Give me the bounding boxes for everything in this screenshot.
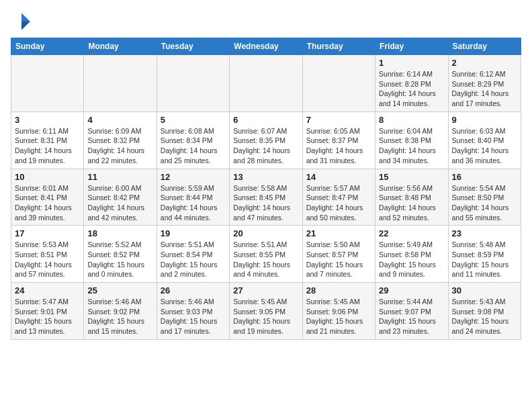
day-number: 23: [452, 228, 517, 238]
day-number: 12: [161, 172, 226, 182]
calendar-cell: 1Sunrise: 6:14 AM Sunset: 8:28 PM Daylig…: [375, 55, 448, 112]
day-info: Sunrise: 5:58 AM Sunset: 8:45 PM Dayligh…: [233, 183, 298, 223]
day-info: Sunrise: 5:49 AM Sunset: 8:58 PM Dayligh…: [379, 240, 444, 279]
day-header-friday: Friday: [375, 38, 448, 55]
day-info: Sunrise: 6:14 AM Sunset: 8:28 PM Dayligh…: [379, 69, 444, 109]
day-number: 25: [87, 285, 152, 295]
day-info: Sunrise: 5:43 AM Sunset: 9:08 PM Dayligh…: [452, 297, 517, 336]
calendar-header-row: SundayMondayTuesdayWednesdayThursdayFrid…: [11, 38, 521, 55]
calendar-cell: 4Sunrise: 6:09 AM Sunset: 8:32 PM Daylig…: [84, 111, 157, 169]
calendar-cell: 14Sunrise: 5:57 AM Sunset: 8:47 PM Dayli…: [302, 169, 375, 226]
calendar-cell: 17Sunrise: 5:53 AM Sunset: 8:51 PM Dayli…: [11, 226, 84, 283]
day-header-thursday: Thursday: [302, 38, 375, 55]
day-info: Sunrise: 5:46 AM Sunset: 9:03 PM Dayligh…: [161, 297, 226, 336]
day-info: Sunrise: 6:11 AM Sunset: 8:31 PM Dayligh…: [15, 126, 80, 166]
day-number: 21: [306, 228, 371, 238]
day-info: Sunrise: 5:44 AM Sunset: 9:07 PM Dayligh…: [379, 297, 444, 336]
calendar-cell: 22Sunrise: 5:49 AM Sunset: 8:58 PM Dayli…: [375, 226, 448, 283]
day-info: Sunrise: 5:53 AM Sunset: 8:51 PM Dayligh…: [15, 240, 80, 279]
calendar-cell: 8Sunrise: 6:04 AM Sunset: 8:38 PM Daylig…: [375, 111, 448, 169]
day-info: Sunrise: 6:12 AM Sunset: 8:29 PM Dayligh…: [452, 69, 517, 109]
day-number: 18: [87, 228, 152, 238]
day-number: 5: [161, 115, 226, 125]
day-info: Sunrise: 5:51 AM Sunset: 8:55 PM Dayligh…: [233, 240, 298, 279]
day-info: Sunrise: 6:00 AM Sunset: 8:42 PM Dayligh…: [87, 183, 152, 223]
calendar-cell: [84, 55, 157, 112]
calendar-week-2: 10Sunrise: 6:01 AM Sunset: 8:41 PM Dayli…: [11, 169, 521, 226]
day-info: Sunrise: 5:54 AM Sunset: 8:50 PM Dayligh…: [452, 183, 517, 223]
day-number: 17: [15, 228, 80, 238]
page-header: [11, 11, 521, 32]
calendar-cell: 5Sunrise: 6:08 AM Sunset: 8:34 PM Daylig…: [157, 111, 229, 169]
calendar-week-0: 1Sunrise: 6:14 AM Sunset: 8:28 PM Daylig…: [11, 55, 521, 112]
day-number: 27: [233, 285, 298, 295]
day-header-saturday: Saturday: [448, 38, 521, 55]
day-number: 7: [306, 115, 371, 125]
calendar-cell: 11Sunrise: 6:00 AM Sunset: 8:42 PM Dayli…: [84, 169, 157, 226]
day-number: 14: [306, 172, 371, 182]
calendar-cell: 15Sunrise: 5:56 AM Sunset: 8:48 PM Dayli…: [375, 169, 448, 226]
calendar-cell: 27Sunrise: 5:45 AM Sunset: 9:05 PM Dayli…: [230, 283, 302, 340]
day-number: 9: [452, 115, 517, 125]
day-header-sunday: Sunday: [11, 38, 84, 55]
calendar-cell: 21Sunrise: 5:50 AM Sunset: 8:57 PM Dayli…: [302, 226, 375, 283]
calendar-cell: 6Sunrise: 6:07 AM Sunset: 8:35 PM Daylig…: [230, 111, 302, 169]
day-number: 15: [379, 172, 444, 182]
calendar-cell: 2Sunrise: 6:12 AM Sunset: 8:29 PM Daylig…: [448, 55, 521, 112]
calendar-cell: [157, 55, 229, 112]
logo-icon: [11, 11, 32, 32]
day-info: Sunrise: 6:04 AM Sunset: 8:38 PM Dayligh…: [379, 126, 444, 166]
day-number: 26: [161, 285, 226, 295]
day-number: 30: [452, 285, 517, 295]
calendar-cell: 13Sunrise: 5:58 AM Sunset: 8:45 PM Dayli…: [230, 169, 302, 226]
day-info: Sunrise: 6:07 AM Sunset: 8:35 PM Dayligh…: [233, 126, 298, 166]
calendar-cell: [230, 55, 302, 112]
calendar-cell: 16Sunrise: 5:54 AM Sunset: 8:50 PM Dayli…: [448, 169, 521, 226]
calendar-cell: 30Sunrise: 5:43 AM Sunset: 9:08 PM Dayli…: [448, 283, 521, 340]
calendar-cell: 7Sunrise: 6:05 AM Sunset: 8:37 PM Daylig…: [302, 111, 375, 169]
day-header-wednesday: Wednesday: [230, 38, 302, 55]
day-info: Sunrise: 5:45 AM Sunset: 9:06 PM Dayligh…: [306, 297, 371, 336]
day-header-monday: Monday: [84, 38, 157, 55]
day-info: Sunrise: 5:46 AM Sunset: 9:02 PM Dayligh…: [87, 297, 152, 336]
calendar-cell: [302, 55, 375, 112]
day-number: 2: [452, 58, 517, 68]
day-number: 28: [306, 285, 371, 295]
day-number: 19: [161, 228, 226, 238]
calendar-table: SundayMondayTuesdayWednesdayThursdayFrid…: [11, 38, 521, 340]
calendar-cell: 28Sunrise: 5:45 AM Sunset: 9:06 PM Dayli…: [302, 283, 375, 340]
day-number: 22: [379, 228, 444, 238]
day-info: Sunrise: 5:56 AM Sunset: 8:48 PM Dayligh…: [379, 183, 444, 223]
calendar-cell: 25Sunrise: 5:46 AM Sunset: 9:02 PM Dayli…: [84, 283, 157, 340]
svg-marker-0: [21, 13, 30, 21]
calendar-cell: 24Sunrise: 5:47 AM Sunset: 9:01 PM Dayli…: [11, 283, 84, 340]
day-number: 13: [233, 172, 298, 182]
day-number: 24: [15, 285, 80, 295]
calendar-cell: [11, 55, 84, 112]
day-number: 8: [379, 115, 444, 125]
day-number: 6: [233, 115, 298, 125]
day-number: 20: [233, 228, 298, 238]
calendar-week-3: 17Sunrise: 5:53 AM Sunset: 8:51 PM Dayli…: [11, 226, 521, 283]
day-number: 1: [379, 58, 444, 68]
calendar-cell: 9Sunrise: 6:03 AM Sunset: 8:40 PM Daylig…: [448, 111, 521, 169]
day-info: Sunrise: 6:05 AM Sunset: 8:37 PM Dayligh…: [306, 126, 371, 166]
day-info: Sunrise: 5:47 AM Sunset: 9:01 PM Dayligh…: [15, 297, 80, 336]
day-info: Sunrise: 6:01 AM Sunset: 8:41 PM Dayligh…: [15, 183, 80, 223]
day-info: Sunrise: 6:08 AM Sunset: 8:34 PM Dayligh…: [161, 126, 226, 166]
day-info: Sunrise: 5:57 AM Sunset: 8:47 PM Dayligh…: [306, 183, 371, 223]
day-number: 3: [15, 115, 80, 125]
calendar-week-4: 24Sunrise: 5:47 AM Sunset: 9:01 PM Dayli…: [11, 283, 521, 340]
calendar-cell: 20Sunrise: 5:51 AM Sunset: 8:55 PM Dayli…: [230, 226, 302, 283]
day-header-tuesday: Tuesday: [157, 38, 229, 55]
calendar-cell: 12Sunrise: 5:59 AM Sunset: 8:44 PM Dayli…: [157, 169, 229, 226]
calendar-cell: 18Sunrise: 5:52 AM Sunset: 8:52 PM Dayli…: [84, 226, 157, 283]
day-info: Sunrise: 5:52 AM Sunset: 8:52 PM Dayligh…: [87, 240, 152, 279]
day-info: Sunrise: 5:50 AM Sunset: 8:57 PM Dayligh…: [306, 240, 371, 279]
day-info: Sunrise: 5:48 AM Sunset: 8:59 PM Dayligh…: [452, 240, 517, 279]
calendar-cell: 29Sunrise: 5:44 AM Sunset: 9:07 PM Dayli…: [375, 283, 448, 340]
calendar-week-1: 3Sunrise: 6:11 AM Sunset: 8:31 PM Daylig…: [11, 111, 521, 169]
svg-marker-1: [21, 21, 30, 30]
day-number: 11: [87, 172, 152, 182]
day-info: Sunrise: 5:59 AM Sunset: 8:44 PM Dayligh…: [161, 183, 226, 223]
